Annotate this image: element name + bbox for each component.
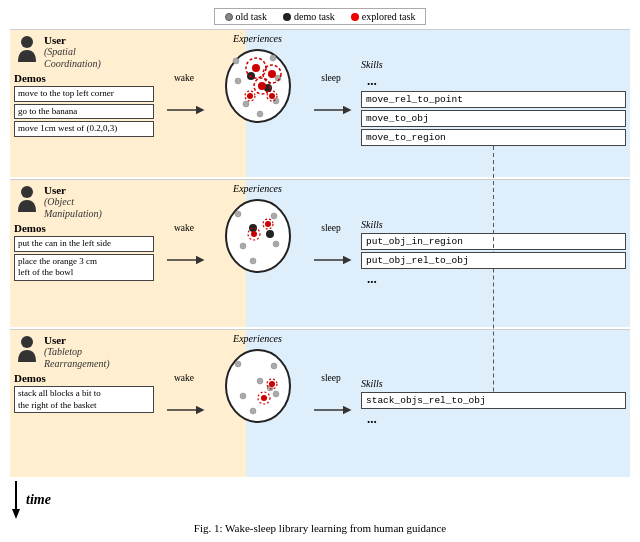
oval-1 — [218, 46, 298, 126]
svg-point-38 — [21, 336, 33, 348]
svg-point-23 — [21, 186, 33, 198]
oval-3 — [218, 346, 298, 426]
legend: old task demo task explored task — [214, 8, 427, 25]
task-type-2: (Object Manipulation) — [44, 196, 102, 220]
user-icon-1 — [14, 34, 40, 64]
demo-box-1-1: move to the top left corner — [14, 86, 154, 102]
svg-point-21 — [269, 93, 275, 99]
left-panel-2: User(Object Manipulation)Demosput the ca… — [10, 180, 158, 327]
sleep-section-2: sleep — [305, 180, 357, 327]
sleep-section-3: sleep — [305, 330, 357, 477]
svg-point-51 — [269, 381, 275, 387]
svg-point-4 — [270, 55, 276, 61]
demos-label-1: Demos — [14, 72, 154, 84]
svg-point-45 — [250, 408, 256, 414]
skills-label-2: Skills — [361, 219, 626, 230]
svg-point-46 — [257, 378, 263, 384]
experiences-section-2: Experiences — [210, 180, 305, 327]
svg-point-34 — [251, 231, 257, 237]
skill-box-1-2: move_rel_to_point — [361, 91, 626, 108]
skills-label-1: Skills — [361, 59, 626, 70]
sleep-label-2: sleep — [321, 223, 341, 233]
demo-box-3-1: stack all blocks a bit to the right of t… — [14, 386, 154, 413]
user-row-2: User(Object Manipulation) — [14, 184, 154, 220]
svg-point-29 — [273, 241, 279, 247]
svg-point-41 — [235, 361, 241, 367]
wake-arrow-icon-1 — [162, 85, 207, 135]
user-label-1: User — [44, 34, 101, 46]
svg-point-27 — [271, 213, 277, 219]
skills-label-3: Skills — [361, 378, 626, 389]
demo-box-2-2: place the orange 3 cm left of the bowl — [14, 254, 154, 281]
svg-point-7 — [243, 101, 249, 107]
svg-point-5 — [235, 78, 241, 84]
rows-area: User(Spatial Coordination)Demosmove to t… — [10, 29, 630, 477]
svg-point-40 — [226, 350, 290, 422]
skills-section-2: Skillsput_obj_in_regionput_obj_rel_to_ob… — [357, 180, 630, 327]
demo-box-2-1: put the can in the left side — [14, 236, 154, 252]
svg-point-17 — [258, 82, 266, 90]
svg-point-36 — [265, 221, 271, 227]
legend-label-explored: explored task — [362, 11, 416, 22]
bottom-area: time Fig. 1: Wake-sleep library learning… — [10, 477, 630, 534]
wake-label-1: wake — [174, 73, 194, 83]
legend-item-explored: explored task — [351, 11, 416, 22]
experiences-section-1: Experiences — [210, 30, 305, 177]
svg-point-3 — [233, 58, 239, 64]
svg-point-49 — [261, 395, 267, 401]
sleep-section-1: sleep — [305, 30, 357, 177]
sleep-arrow-icon-3 — [309, 385, 354, 435]
svg-point-28 — [240, 243, 246, 249]
skills-section-1: Skills...move_rel_to_pointmove_to_objmov… — [357, 30, 630, 177]
legend-item-old: old task — [225, 11, 267, 22]
legend-label-old: old task — [236, 11, 267, 22]
svg-point-43 — [240, 393, 246, 399]
main-container: old task demo task explored task User(Sp… — [0, 0, 640, 542]
sleep-label-3: sleep — [321, 373, 341, 383]
wake-arrow-icon-2 — [162, 235, 207, 285]
task-type-1: (Spatial Coordination) — [44, 46, 101, 70]
skill-box-3-2: ... — [361, 411, 626, 427]
dot-demo — [283, 13, 291, 21]
wake-label-3: wake — [174, 373, 194, 383]
skill-box-1-3: move_to_obj — [361, 110, 626, 127]
wake-label-2: wake — [174, 223, 194, 233]
skills-section-3: Skillsstack_objs_rel_to_obj... — [357, 330, 630, 477]
left-panel-1: User(Spatial Coordination)Demosmove to t… — [10, 30, 158, 177]
figure-caption: Fig. 1: Wake-sleep library learning from… — [10, 519, 630, 534]
svg-point-30 — [250, 258, 256, 264]
user-icon-3 — [14, 334, 40, 364]
experiences-label-1: Experiences — [233, 33, 282, 44]
svg-point-42 — [271, 363, 277, 369]
demos-label-2: Demos — [14, 222, 154, 234]
sleep-arrow-icon-1 — [309, 85, 354, 135]
dot-old — [225, 13, 233, 21]
demos-label-3: Demos — [14, 372, 154, 384]
skill-box-1-1: ... — [361, 73, 626, 89]
skill-box-2-1: put_obj_in_region — [361, 233, 626, 250]
svg-marker-54 — [12, 509, 20, 519]
skill-box-1-4: move_to_region — [361, 129, 626, 146]
experiences-label-3: Experiences — [233, 333, 282, 344]
wake-section-2: wake — [158, 180, 210, 327]
wake-section-1: wake — [158, 30, 210, 177]
legend-item-demo: demo task — [283, 11, 335, 22]
wake-section-3: wake — [158, 330, 210, 477]
svg-point-26 — [235, 211, 241, 217]
row-2: User(Object Manipulation)Demosput the ca… — [10, 179, 630, 327]
time-arrow-icon — [10, 481, 22, 519]
user-label-3: User — [44, 334, 110, 346]
skill-box-3-1: stack_objs_rel_to_obj — [361, 392, 626, 409]
svg-point-25 — [226, 200, 290, 272]
svg-point-32 — [266, 230, 274, 238]
row-3: User(Tabletop Rearrangement)Demosstack a… — [10, 329, 630, 477]
svg-point-9 — [257, 111, 263, 117]
legend-label-demo: demo task — [294, 11, 335, 22]
time-section: time — [10, 477, 630, 519]
time-label: time — [26, 492, 51, 508]
user-row-1: User(Spatial Coordination) — [14, 34, 154, 70]
user-label-2: User — [44, 184, 102, 196]
task-type-3: (Tabletop Rearrangement) — [44, 346, 110, 370]
svg-point-0 — [21, 36, 33, 48]
skill-box-2-2: put_obj_rel_to_obj — [361, 252, 626, 269]
